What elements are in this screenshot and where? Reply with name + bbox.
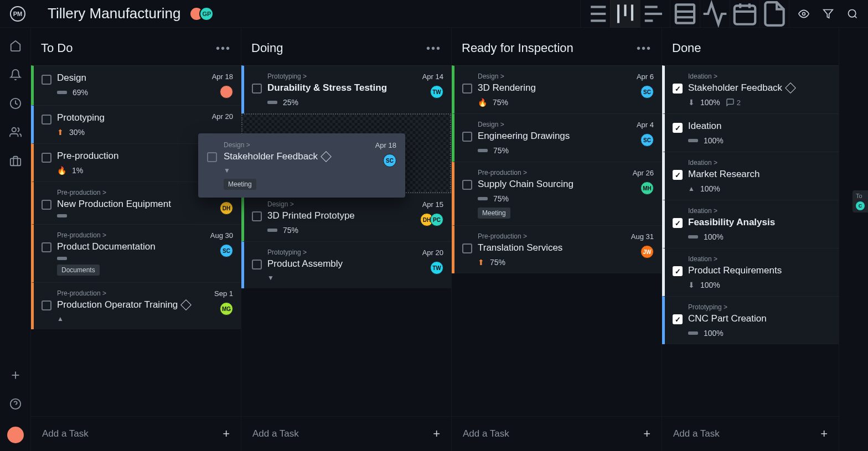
assignee-avatar[interactable]: TW [430, 85, 443, 99]
assignee-avatar[interactable] [220, 85, 233, 99]
plus-icon[interactable] [9, 369, 22, 381]
column-menu-icon[interactable]: ••• [637, 42, 652, 55]
task-card[interactable]: Prototyping >CNC Part Creation100% [662, 296, 839, 344]
assignee-avatar[interactable]: SC [640, 133, 654, 147]
task-tag[interactable]: Meeting [224, 179, 256, 190]
project-title[interactable]: Tillery Manufacturing [48, 5, 180, 22]
dragging-card[interactable]: Design > Stakeholder Feedback ▼ Meeting … [198, 133, 405, 198]
view-files-icon[interactable] [760, 0, 789, 28]
task-checkbox[interactable] [673, 84, 683, 94]
task-checkbox[interactable] [462, 132, 472, 142]
briefcase-icon[interactable] [9, 155, 22, 167]
view-gantt-icon[interactable] [640, 0, 670, 28]
task-checkbox[interactable] [252, 84, 262, 94]
task-checkbox[interactable] [252, 260, 262, 269]
task-card[interactable]: Pre-production >Production Operator Trai… [31, 282, 241, 329]
team-icon[interactable] [9, 126, 22, 138]
task-progress: 100% [700, 281, 720, 289]
task-card[interactable]: Prototyping >Durability & Stress Testing… [241, 65, 451, 113]
task-meta: 75% [267, 226, 415, 235]
task-checkbox[interactable] [673, 123, 683, 133]
priority-lowered-icon: ▼ [267, 274, 274, 282]
task-card[interactable]: Design69%Apr 18 [31, 65, 241, 105]
edge-overflow-badge[interactable]: To C [852, 190, 868, 212]
task-checkbox[interactable] [673, 314, 683, 324]
task-tag[interactable]: Documents [57, 265, 100, 276]
app-logo[interactable]: PM [10, 6, 25, 22]
task-checkbox[interactable] [462, 180, 472, 190]
task-checkbox[interactable] [673, 266, 683, 276]
task-card[interactable]: Pre-production >Supply Chain Sourcing75%… [452, 162, 662, 225]
filter-icon[interactable] [823, 8, 834, 19]
task-checkbox[interactable] [42, 200, 51, 210]
visibility-icon[interactable] [798, 8, 809, 19]
task-card[interactable]: Pre-production >Translation Services⬆75%… [452, 225, 662, 273]
view-board-icon[interactable] [610, 0, 640, 28]
project-members[interactable]: GP [189, 7, 214, 21]
assignee-avatar[interactable]: DH [220, 201, 233, 215]
column-body: Ideation >Stakeholder Feedback ⬇100%2Ide… [662, 65, 839, 416]
clock-icon[interactable] [9, 97, 22, 110]
priority-medium-icon [267, 229, 277, 232]
home-icon[interactable] [9, 40, 22, 52]
user-avatar[interactable] [7, 427, 24, 443]
svg-rect-12 [676, 4, 694, 23]
member-avatar[interactable]: GP [199, 7, 214, 21]
view-calendar-icon[interactable] [730, 0, 760, 28]
priority-high-icon: ⬆ [478, 258, 484, 267]
add-task-button[interactable]: Add a Task+ [31, 416, 241, 451]
task-card[interactable]: Prototyping >Product Assembly▼Apr 20TW [241, 241, 451, 288]
task-checkbox[interactable] [42, 300, 51, 310]
task-card[interactable]: Ideation >Product Requirements⬇100% [662, 248, 839, 296]
task-checkbox[interactable] [42, 153, 51, 163]
search-icon[interactable] [847, 8, 858, 19]
assignee-avatar[interactable]: MH [640, 182, 654, 195]
task-checkbox[interactable] [252, 211, 262, 221]
task-date: Apr 15 [422, 200, 443, 209]
add-task-button[interactable]: Add a Task+ [662, 416, 839, 451]
task-tag[interactable]: Meeting [478, 208, 510, 219]
column-menu-icon[interactable]: ••• [216, 42, 231, 55]
assignee-avatar[interactable]: MG [220, 302, 233, 315]
help-icon[interactable] [9, 398, 22, 410]
view-list-icon[interactable] [580, 0, 610, 28]
task-checkbox[interactable] [207, 152, 217, 162]
column-title: Ready for Inspection [462, 41, 574, 55]
task-checkbox[interactable] [42, 75, 51, 85]
task-checkbox[interactable] [673, 218, 683, 228]
view-activity-icon[interactable] [700, 0, 730, 28]
task-progress: 30% [69, 128, 85, 137]
kanban-board: To Do•••Design69%Apr 18Prototyping⬆30%Ap… [31, 28, 868, 451]
task-card[interactable]: Design >3D Printed Prototype75%Apr 15DHP… [241, 193, 451, 241]
assignee-avatar[interactable]: PC [430, 213, 443, 226]
task-checkbox[interactable] [462, 243, 472, 253]
task-card[interactable]: Design >3D Rendering🔥75%Apr 6SC [452, 65, 662, 113]
assignee-avatar[interactable]: SC [640, 85, 654, 99]
task-card[interactable]: Pre-production >Product DocumentationDoc… [31, 224, 241, 282]
task-date: Apr 14 [422, 72, 443, 81]
priority-low-icon: ▼ [224, 167, 230, 174]
add-task-button[interactable]: Add a Task+ [241, 416, 451, 451]
task-progress: 100% [704, 329, 724, 338]
add-task-button[interactable]: Add a Task+ [452, 416, 662, 451]
task-checkbox[interactable] [462, 84, 472, 94]
assignee-avatar[interactable]: TW [430, 261, 443, 274]
task-checkbox[interactable] [42, 242, 51, 252]
task-card[interactable]: Ideation >Feasibility Analysis100% [662, 200, 839, 248]
assignee-avatar[interactable]: JW [640, 245, 654, 258]
task-breadcrumb: Pre-production > [57, 289, 209, 297]
task-checkbox[interactable] [673, 170, 683, 180]
view-sheet-icon[interactable] [670, 0, 700, 28]
task-date: Aug 31 [631, 232, 654, 241]
task-card[interactable]: Ideation >Stakeholder Feedback ⬇100%2 [662, 65, 839, 113]
column-menu-icon[interactable]: ••• [426, 42, 441, 55]
assignee-avatar[interactable]: SC [220, 244, 233, 257]
task-title: Product Assembly [267, 258, 417, 269]
assignee-avatar[interactable]: SC [383, 154, 396, 167]
task-card[interactable]: Design >Engineering Drawings75%Apr 4SC [452, 113, 662, 162]
task-checkbox[interactable] [42, 115, 51, 125]
task-card[interactable]: Ideation >Market Research▲100% [662, 152, 839, 200]
comment-count[interactable]: 2 [726, 98, 741, 107]
bell-icon[interactable] [9, 69, 22, 81]
task-card[interactable]: Ideation100% [662, 113, 839, 152]
